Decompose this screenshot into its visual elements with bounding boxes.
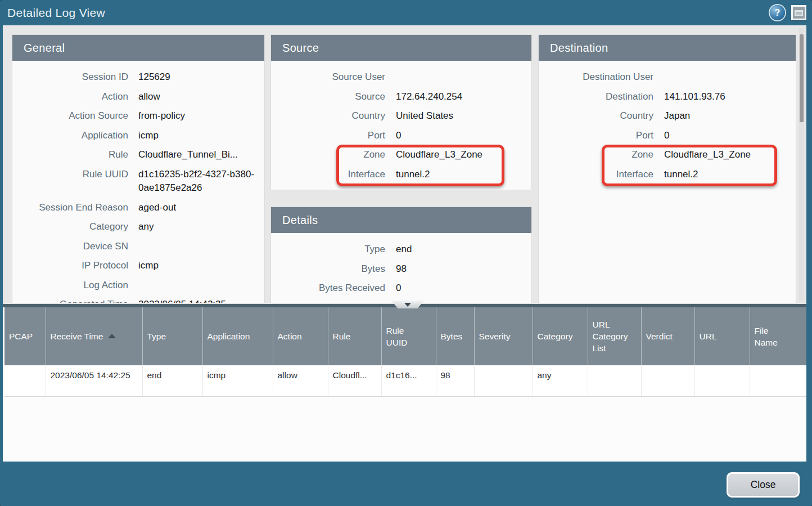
- field-destination-port: Port 0: [539, 126, 796, 146]
- sort-ascending-icon: [108, 334, 116, 338]
- source-panel-header: Source: [271, 35, 531, 61]
- help-icon[interactable]: ?: [770, 5, 785, 20]
- field-device-sn: Device SN: [12, 237, 264, 257]
- field-label: Zone: [539, 148, 653, 162]
- column-label: Receive Time: [51, 332, 103, 341]
- field-label: Port: [539, 129, 653, 143]
- destination-panel-header: Destination: [539, 35, 796, 61]
- close-button[interactable]: Close: [727, 472, 800, 498]
- field-label: Action Source: [12, 109, 128, 123]
- field-action-source: Action Source from-policy: [12, 106, 264, 126]
- column-header-severity[interactable]: Severity: [474, 307, 533, 365]
- cell-type: end: [142, 365, 202, 396]
- column-header-rule[interactable]: Rule: [328, 307, 381, 365]
- field-value: Cloudflare_L3_Zone: [396, 148, 482, 162]
- cell-receive-time: 2023/06/05 14:42:25: [46, 365, 142, 396]
- field-label: Device SN: [12, 240, 128, 254]
- column-header-rule-uuid[interactable]: Rule UUID: [381, 307, 436, 365]
- cell-pcap: [4, 365, 46, 396]
- log-table-header-row: PCAP Receive Time Type Application Actio…: [4, 307, 806, 365]
- field-value: Japan: [664, 109, 690, 123]
- log-detail-area: General Session ID 125629 Action allow A…: [3, 25, 806, 304]
- detail-scrollbar-track[interactable]: [799, 28, 804, 301]
- field-source-user: Source User: [271, 68, 531, 87]
- destination-panel: Destination Destination User Destination…: [539, 35, 796, 303]
- field-destination-country: Country Japan: [539, 106, 796, 126]
- field-label: Action: [12, 90, 128, 104]
- window-restore-glyph: [795, 10, 803, 16]
- cell-bytes: 98: [436, 365, 474, 396]
- field-value: 98: [396, 262, 407, 276]
- field-bytes-received: Bytes Received 0: [271, 279, 531, 298]
- field-label: Destination: [539, 90, 653, 104]
- column-header-verdict[interactable]: Verdict: [641, 307, 694, 365]
- field-value: Cloudflare_L3_Zone: [664, 148, 751, 162]
- column-label: URL Category List: [593, 319, 625, 354]
- column-label: Action: [278, 332, 302, 341]
- field-label: Port: [271, 129, 385, 143]
- field-log-action: Log Action: [12, 276, 264, 295]
- cell-category: any: [533, 365, 588, 396]
- field-label: Application: [12, 129, 128, 143]
- titlebar-icons: ?: [770, 5, 806, 20]
- field-label: Bytes: [271, 262, 385, 276]
- field-label: Country: [539, 109, 653, 123]
- column-label: Severity: [479, 332, 511, 341]
- field-value: icmp: [138, 259, 159, 273]
- field-source-country: Country United States: [271, 106, 531, 126]
- field-value: 0: [664, 129, 669, 143]
- column-header-application[interactable]: Application: [202, 307, 273, 365]
- field-label: Category: [12, 220, 128, 234]
- field-destination-user: Destination User: [539, 68, 796, 87]
- column-label: Verdict: [646, 332, 673, 341]
- field-label: Log Action: [12, 279, 128, 293]
- cell-rule-uuid: d1c16...: [381, 365, 436, 396]
- field-type: Type end: [271, 240, 531, 259]
- field-destination-address: Destination 141.101.93.76: [539, 87, 796, 107]
- column-label: Type: [147, 332, 166, 341]
- field-rule: Rule Cloudflare_Tunnel_Bi...: [12, 145, 264, 165]
- field-value: allow: [138, 90, 160, 104]
- field-label: Generated Time: [12, 298, 128, 303]
- detail-scrollbar-thumb[interactable]: [800, 34, 804, 122]
- field-label: Session ID: [12, 70, 128, 84]
- field-rule-uuid: Rule UUID d1c16235-b2f2-4327-b380-0ae187…: [12, 165, 264, 198]
- log-table-row[interactable]: 2023/06/05 14:42:25 end icmp allow Cloud…: [4, 365, 806, 396]
- field-value: Cloudflare_Tunnel_Bi...: [138, 148, 238, 162]
- column-label: Rule UUID: [386, 325, 419, 348]
- column-label: Bytes: [441, 332, 463, 341]
- column-header-pcap[interactable]: PCAP: [4, 307, 46, 365]
- field-label: Interface: [271, 168, 385, 182]
- column-header-action[interactable]: Action: [273, 307, 328, 365]
- field-label: Country: [271, 109, 385, 123]
- chevron-down-icon: [404, 303, 411, 307]
- field-label: Rule UUID: [12, 168, 128, 182]
- column-header-url[interactable]: URL: [694, 307, 750, 365]
- field-source-zone: Zone Cloudflare_L3_Zone: [271, 145, 531, 165]
- field-value: 125629: [138, 70, 170, 84]
- field-label: Zone: [271, 148, 385, 162]
- field-label: Session End Reason: [12, 201, 128, 215]
- column-label: Rule: [333, 332, 351, 341]
- cell-action: allow: [273, 365, 328, 396]
- field-label: IP Protocol: [12, 259, 128, 273]
- cell-rule: Cloudfl...: [328, 365, 381, 396]
- column-header-category[interactable]: Category: [533, 307, 588, 365]
- column-header-bytes[interactable]: Bytes: [436, 307, 474, 365]
- column-header-url-category-list[interactable]: URL Category List: [588, 307, 641, 365]
- column-label: Category: [538, 332, 573, 341]
- column-label: File Name: [755, 325, 787, 348]
- field-destination-interface: Interface tunnel.2: [539, 165, 796, 185]
- column-header-file-name[interactable]: File Name: [750, 307, 806, 365]
- field-ip-protocol: IP Protocol icmp: [12, 256, 264, 276]
- field-value: 0: [396, 129, 401, 143]
- column-header-type[interactable]: Type: [142, 307, 202, 365]
- field-value: 0: [396, 281, 401, 295]
- field-label: Rule: [12, 148, 128, 162]
- log-table: PCAP Receive Time Type Application Actio…: [4, 307, 806, 397]
- window-restore-icon[interactable]: [791, 5, 806, 20]
- source-panel: Source Source User Source 172.64.240.254…: [271, 35, 531, 190]
- field-value: United States: [396, 109, 453, 123]
- column-header-receive-time[interactable]: Receive Time: [46, 307, 142, 365]
- field-source-address: Source 172.64.240.254: [271, 87, 531, 107]
